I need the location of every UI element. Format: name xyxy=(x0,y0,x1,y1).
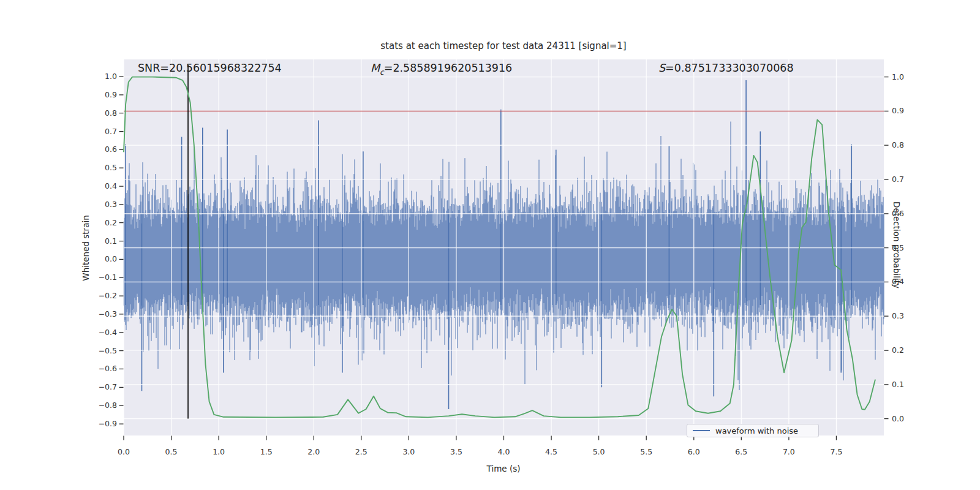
x-axis-tick-label: 6.5 xyxy=(726,447,756,456)
right-axis-tick-label: 0.2 xyxy=(892,345,916,355)
right-axis-tick-label: 0.8 xyxy=(892,140,916,149)
stat-chirp-mass-value: =2.5858919620513916 xyxy=(384,62,513,74)
x-axis-tick-label: 2.5 xyxy=(346,447,377,456)
left-axis-tick-label: −0.7 xyxy=(86,382,117,391)
left-axis-tick-label: 0.4 xyxy=(86,181,117,190)
left-axis-tick-label: 0.6 xyxy=(86,145,117,154)
left-axis-tick-label: −0.6 xyxy=(86,364,117,373)
left-axis-tick-label: −0.5 xyxy=(86,346,117,355)
stat-snr-prefix: SNR xyxy=(138,62,160,74)
x-axis-tick-label: 0.5 xyxy=(156,447,187,456)
stat-chirp-mass-sub: c xyxy=(380,68,384,77)
right-axis-tick-label: 0.4 xyxy=(892,277,916,286)
left-axis-tick-label: 1.0 xyxy=(86,72,117,81)
x-axis-tick-label: 4.5 xyxy=(536,447,567,456)
left-axis-tick-label: 0.3 xyxy=(86,200,117,209)
right-axis-tick-label: 0.5 xyxy=(892,243,916,252)
figure: stats at each timestep for test data 243… xyxy=(0,0,980,490)
left-axis-tick-label: −0.8 xyxy=(86,401,117,410)
x-axis-tick-label: 6.0 xyxy=(679,447,709,456)
left-axis-tick-label: 0.7 xyxy=(86,127,117,136)
left-axis-tick-label: −0.3 xyxy=(86,309,117,318)
right-axis-tick-label: 0.0 xyxy=(892,414,916,423)
left-axis-tick-label: 0.2 xyxy=(86,218,117,227)
x-axis-label: Time (s) xyxy=(487,464,521,473)
chart-title: stats at each timestep for test data 243… xyxy=(380,40,626,51)
stat-snr: SNR=20.56015968322754 xyxy=(138,62,282,77)
stat-s: S=0.8751733303070068 xyxy=(658,62,794,77)
x-axis-tick-label: 3.0 xyxy=(393,447,424,456)
right-axis-tick-label: 0.1 xyxy=(892,380,916,389)
left-axis-tick-label: 0.8 xyxy=(86,108,117,118)
left-axis-tick-label: 0.1 xyxy=(86,236,117,246)
x-axis-tick-label: 5.0 xyxy=(584,447,614,456)
left-axis-tick-label: −0.4 xyxy=(86,328,117,337)
stat-snr-value: =20.56015968322754 xyxy=(160,62,281,74)
stat-s-prefix: S xyxy=(658,62,665,74)
x-axis-tick-label: 1.5 xyxy=(251,447,282,456)
stat-s-value: =0.8751733303070068 xyxy=(665,62,794,74)
left-axis-tick-label: −0.1 xyxy=(86,273,117,282)
x-axis-tick-label: 7.0 xyxy=(774,447,804,456)
stat-chirp-mass: Mc=2.5858919620513916 xyxy=(371,62,512,77)
x-axis-tick-label: 1.0 xyxy=(203,447,234,456)
left-axis-tick-label: 0.5 xyxy=(86,163,117,172)
legend-label: waveform with noise xyxy=(715,426,798,435)
x-axis-tick-label: 5.5 xyxy=(631,447,662,456)
left-axis-tick-label: −0.9 xyxy=(86,419,117,428)
legend: waveform with noise xyxy=(687,424,819,437)
right-axis-tick-label: 0.9 xyxy=(892,106,916,115)
right-axis-tick-label: 0.3 xyxy=(892,311,916,320)
x-axis-tick-label: 0.0 xyxy=(108,447,139,456)
stat-chirp-mass-prefix: M xyxy=(371,62,380,74)
left-axis-tick-label: 0.0 xyxy=(86,254,117,263)
x-axis-tick-label: 7.5 xyxy=(821,447,851,456)
left-axis-tick-label: −0.2 xyxy=(86,291,117,300)
x-axis-tick-label: 3.5 xyxy=(441,447,472,456)
right-axis-tick-label: 1.0 xyxy=(892,72,916,81)
right-axis-tick-label: 0.6 xyxy=(892,209,916,218)
legend-line-sample-icon xyxy=(693,430,710,431)
x-axis-tick-label: 4.0 xyxy=(489,447,519,456)
right-axis-tick-label: 0.7 xyxy=(892,175,916,184)
left-axis-tick-label: 0.9 xyxy=(86,90,117,99)
x-axis-tick-label: 2.0 xyxy=(298,447,329,456)
